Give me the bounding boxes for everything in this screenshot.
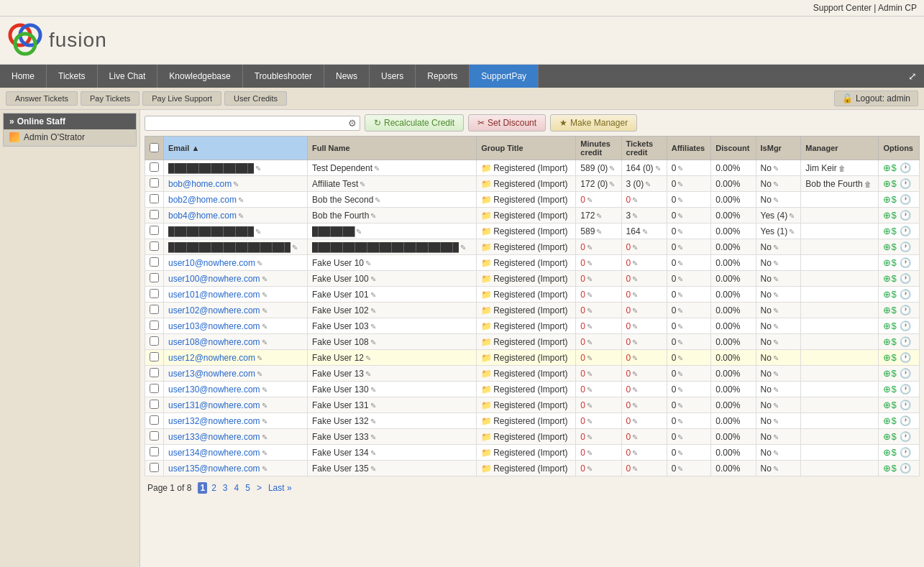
subnav-pay-tickets[interactable]: Pay Tickets (81, 91, 139, 106)
email-value[interactable]: bob@home.com (168, 179, 232, 189)
edit-minutes-icon[interactable]: ✎ (609, 180, 615, 188)
time-icon[interactable]: 🕐 (900, 431, 911, 442)
row-checkbox[interactable] (150, 368, 159, 377)
row-checkbox[interactable] (150, 336, 159, 346)
edit-affiliates-icon[interactable]: ✎ (677, 354, 683, 362)
time-icon[interactable]: 🕐 (900, 194, 911, 205)
time-icon[interactable]: 🕐 (900, 415, 911, 426)
row-checkbox[interactable] (150, 210, 159, 219)
edit-email-icon[interactable]: ✎ (257, 370, 262, 378)
edit-tickets-icon[interactable]: ✎ (642, 228, 648, 236)
edit-tickets-icon[interactable]: ✎ (632, 338, 638, 346)
edit-minutes-icon[interactable]: ✎ (587, 465, 593, 473)
edit-fullname-icon[interactable]: ✎ (370, 212, 376, 220)
time-icon[interactable]: 🕐 (900, 178, 911, 189)
edit-affiliates-icon[interactable]: ✎ (677, 307, 683, 315)
email-cell[interactable]: user13@nowhere.com✎ (164, 366, 308, 382)
row-checkbox[interactable] (150, 352, 159, 361)
edit-fullname-icon[interactable]: ✎ (370, 449, 376, 457)
email-cell[interactable]: user134@nowhere.com✎ (164, 445, 308, 461)
nav-home[interactable]: Home (0, 65, 47, 88)
edit-affiliates-icon[interactable]: ✎ (677, 433, 683, 441)
time-icon[interactable]: 🕐 (900, 289, 911, 300)
email-value[interactable]: user133@nowhere.com (168, 432, 260, 442)
edit-email-icon[interactable]: ✎ (262, 323, 267, 331)
edit-affiliates-icon[interactable]: ✎ (677, 418, 683, 425)
row-checkbox-cell[interactable] (145, 397, 164, 413)
row-checkbox[interactable] (150, 194, 159, 203)
edit-tickets-icon[interactable]: ✎ (655, 165, 661, 172)
edit-fullname-icon[interactable]: ✎ (356, 228, 362, 236)
email-value[interactable]: user103@nowhere.com (168, 321, 260, 331)
time-icon[interactable]: 🕐 (900, 336, 911, 347)
email-cell[interactable]: user132@nowhere.com✎ (164, 413, 308, 429)
email-value[interactable]: user135@nowhere.com (168, 464, 260, 474)
edit-ismgr-icon[interactable]: ✎ (773, 244, 779, 252)
edit-affiliates-icon[interactable]: ✎ (677, 386, 683, 394)
page-current[interactable]: 1 (198, 482, 207, 494)
email-value[interactable]: user132@nowhere.com (168, 416, 260, 426)
edit-ismgr-icon[interactable]: ✎ (773, 418, 779, 425)
row-checkbox-cell[interactable] (145, 223, 164, 239)
row-checkbox-cell[interactable] (145, 287, 164, 303)
time-icon[interactable]: 🕐 (900, 226, 911, 236)
email-cell[interactable]: user135@nowhere.com✎ (164, 461, 308, 476)
email-cell[interactable]: user103@nowhere.com✎ (164, 318, 308, 334)
edit-fullname-icon[interactable]: ✎ (370, 402, 376, 410)
time-icon[interactable]: 🕐 (900, 273, 911, 284)
page-4-link[interactable]: 4 (232, 482, 242, 494)
edit-affiliates-icon[interactable]: ✎ (677, 228, 683, 236)
recalculate-credit-button[interactable]: ↻ Recalculate Credit (365, 114, 464, 132)
edit-tickets-icon[interactable]: ✎ (645, 180, 651, 188)
subnav-pay-live-support[interactable]: Pay Live Support (142, 91, 221, 106)
email-value[interactable]: ████████████████████ (168, 242, 291, 252)
subnav-user-credits[interactable]: User Credits (224, 91, 287, 106)
edit-email-icon[interactable]: ✎ (238, 196, 244, 204)
edit-affiliates-icon[interactable]: ✎ (677, 465, 683, 473)
row-checkbox[interactable] (150, 226, 159, 235)
email-value[interactable]: user134@nowhere.com (168, 448, 260, 458)
email-cell[interactable]: bob@home.com✎ (164, 176, 308, 192)
row-checkbox-cell[interactable] (145, 271, 164, 287)
edit-minutes-icon[interactable]: ✎ (587, 402, 593, 410)
row-checkbox-cell[interactable] (145, 192, 164, 208)
edit-affiliates-icon[interactable]: ✎ (677, 323, 683, 331)
edit-ismgr-icon[interactable]: ✎ (773, 449, 779, 457)
email-value[interactable]: ██████████████ (168, 226, 254, 236)
edit-tickets-icon[interactable]: ✎ (632, 402, 638, 410)
page-last-link[interactable]: Last » (266, 482, 294, 494)
edit-fullname-icon[interactable]: ✎ (370, 275, 376, 283)
email-cell[interactable]: user108@nowhere.com✎ (164, 334, 308, 350)
time-icon[interactable]: 🕐 (900, 352, 911, 363)
add-credit-icon[interactable]: ⊕$ (883, 463, 896, 474)
edit-minutes-icon[interactable]: ✎ (587, 307, 593, 315)
edit-tickets-icon[interactable]: ✎ (632, 323, 638, 331)
edit-fullname-icon[interactable]: ✎ (460, 244, 466, 252)
row-checkbox-cell[interactable] (145, 461, 164, 476)
delete-manager-icon[interactable]: 🗑 (838, 165, 846, 172)
edit-tickets-icon[interactable]: ✎ (632, 275, 638, 283)
edit-email-icon[interactable]: ✎ (292, 244, 298, 252)
edit-minutes-icon[interactable]: ✎ (587, 259, 593, 267)
row-checkbox[interactable] (150, 321, 159, 330)
email-cell[interactable]: ██████████████✎ (164, 160, 308, 176)
email-column-header[interactable]: Email ▲ (164, 137, 308, 160)
edit-fullname-icon[interactable]: ✎ (360, 180, 365, 188)
edit-tickets-icon[interactable]: ✎ (632, 418, 638, 425)
edit-email-icon[interactable]: ✎ (255, 228, 261, 236)
time-icon[interactable]: 🕐 (900, 162, 911, 173)
email-value[interactable]: ██████████████ (168, 163, 254, 173)
nav-knowledgebase[interactable]: Knowledgebase (157, 65, 242, 88)
logo-area[interactable]: fusion (7, 22, 107, 58)
row-checkbox[interactable] (150, 447, 159, 456)
delete-manager-icon[interactable]: 🗑 (864, 180, 872, 188)
edit-ismgr-icon[interactable]: ✎ (773, 402, 779, 410)
logout-button[interactable]: 🔓 Logout: admin (834, 91, 918, 106)
time-icon[interactable]: 🕐 (900, 368, 911, 379)
edit-minutes-icon[interactable]: ✎ (596, 212, 602, 220)
edit-ismgr-icon[interactable]: ✎ (773, 275, 779, 283)
search-box[interactable]: ⚙ (145, 116, 360, 131)
edit-ismgr-icon[interactable]: ✎ (789, 228, 795, 236)
edit-tickets-icon[interactable]: ✎ (632, 291, 638, 299)
add-credit-icon[interactable]: ⊕$ (883, 289, 896, 300)
